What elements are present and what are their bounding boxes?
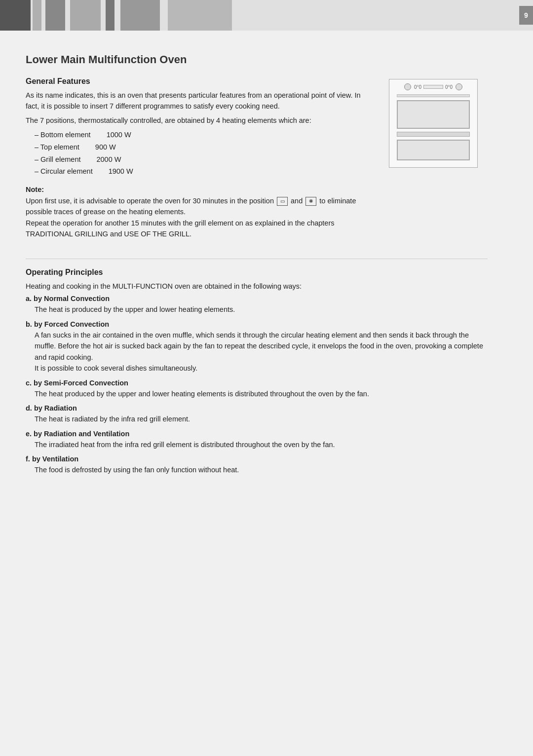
op-text-e: The irradiated heat from the infra red g… (35, 439, 488, 450)
bar-gap (236, 0, 533, 31)
bar-segment-2 (33, 0, 41, 31)
note-label: Note: (26, 186, 364, 193)
oven-middle-strip (397, 132, 470, 137)
op-heading-b: b. by Forced Convection (26, 320, 488, 328)
elements-list: – Bottom element 1000 W – Top element 90… (35, 129, 364, 178)
element-watt-1: 1000 W (107, 129, 131, 141)
grill-icon: ▭ (277, 197, 288, 206)
op-text-a: The heat is produced by the upper and lo… (35, 304, 488, 315)
list-item: – Grill element 2000 W (35, 153, 364, 166)
op-heading-f: f. by Ventilation (26, 455, 488, 463)
and-text: and (291, 197, 305, 205)
op-heading-c: c. by Semi-Forced Convection (26, 379, 488, 387)
element-name-4: – Circular element (35, 165, 93, 178)
top-decorative-bar (0, 0, 533, 31)
element-watt-3: 2000 W (96, 153, 121, 166)
operating-principles-heading: Operating Principles (26, 268, 488, 277)
element-name-1: – Bottom element (35, 129, 91, 141)
oven-window-large (397, 100, 470, 129)
element-name-2: – Top element (35, 141, 79, 153)
op-text-c: The heat produced by the upper and lower… (35, 388, 488, 399)
bar-segment-1 (0, 0, 31, 31)
op-item-a: a. by Normal Convection The heat is prod… (26, 295, 488, 315)
list-item: – Bottom element 1000 W (35, 129, 364, 141)
op-item-e: e. by Radiation and Ventilation The irra… (26, 430, 488, 450)
op-heading-a: a. by Normal Convection (26, 295, 488, 302)
temp-indicator-left: 0°0 (414, 84, 421, 90)
op-text-b: A fan sucks in the air contained in the … (35, 330, 488, 374)
bar-segment-3 (45, 0, 65, 31)
section-divider (26, 259, 488, 259)
general-features-section: General Features As its name indicates, … (26, 77, 488, 250)
element-name-3: – Grill element (35, 153, 80, 166)
general-features-heading: General Features (26, 77, 364, 86)
op-item-d: d. by Radiation The heat is radiated by … (26, 404, 488, 424)
op-item-b: b. by Forced Convection A fan sucks in t… (26, 320, 488, 374)
general-features-text: General Features As its name indicates, … (26, 77, 364, 250)
oven-controls-row: 0°0 0°0 (393, 83, 473, 90)
oven-top-strip (397, 94, 470, 97)
temp-indicator-right: 0°0 (445, 84, 453, 90)
op-heading-d: d. by Radiation (26, 404, 488, 412)
thermostat-text: The 7 positions, thermostatically contro… (26, 115, 364, 126)
oven-illustration-container: 0°0 0°0 (379, 77, 488, 250)
oven-knob-left (404, 83, 411, 90)
op-item-f: f. by Ventilation The food is defrosted … (26, 455, 488, 475)
bar-segment-7 (168, 0, 232, 31)
note-line2: Repeat the operation for another 15 minu… (26, 218, 364, 240)
note-section: Note: Upon first use, it is advisable to… (26, 186, 364, 240)
element-watt-2: 900 W (95, 141, 116, 153)
bar-segment-5 (106, 0, 114, 31)
bar-segment-6 (120, 0, 160, 31)
op-item-c: c. by Semi-Forced Convection The heat pr… (26, 379, 488, 399)
main-content: Lower Main Multifunction Oven General Fe… (0, 31, 513, 500)
operating-principles-intro: Heating and cooking in the MULTI-FUNCTIO… (26, 281, 488, 292)
fan-icon: ❋ (305, 197, 316, 206)
page-title: Lower Main Multifunction Oven (26, 53, 488, 66)
operating-principles-section: Operating Principles Heating and cooking… (26, 268, 488, 476)
list-item: – Circular element 1900 W (35, 165, 364, 178)
list-item: – Top element 900 W (35, 141, 364, 153)
page-number: 9 (519, 6, 533, 25)
general-features-intro: As its name indicates, this is an oven t… (26, 90, 364, 112)
oven-window-small (397, 140, 470, 160)
note-line1: Upon first use, it is advisable to opera… (26, 195, 364, 218)
bar-segment-4 (70, 0, 101, 31)
oven-display (423, 85, 443, 89)
oven-knob-right (456, 83, 462, 90)
op-text-f: The food is defrosted by using the fan o… (35, 464, 488, 475)
element-watt-4: 1900 W (109, 165, 133, 178)
op-heading-e: e. by Radiation and Ventilation (26, 430, 488, 438)
op-text-d: The heat is radiated by the infra red gr… (35, 414, 488, 424)
oven-illustration: 0°0 0°0 (389, 79, 478, 168)
